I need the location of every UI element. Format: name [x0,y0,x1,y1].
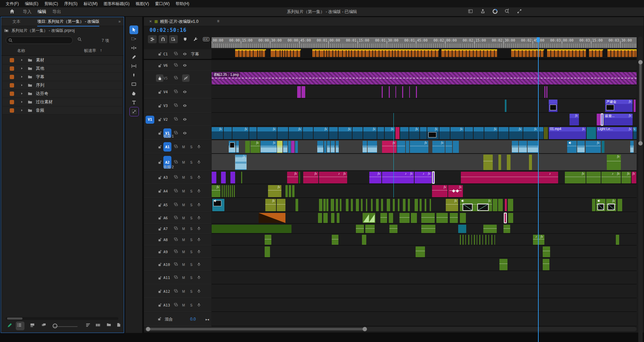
caption-clip[interactable] [294,50,297,57]
clip[interactable] [567,141,577,153]
caption-clip[interactable] [298,50,300,57]
tab-project[interactable]: 项目: 系列短片（第一集） - 改编版 [37,17,99,26]
clip[interactable]: fx [509,127,523,139]
caption-clip[interactable] [470,50,473,57]
clip[interactable] [544,86,545,98]
caption-clip[interactable] [429,50,431,57]
sync-lock-icon[interactable] [173,262,179,267]
clip[interactable] [362,235,366,245]
caption-clip[interactable] [614,50,618,57]
clip[interactable] [399,213,410,223]
caption-clip[interactable] [515,50,518,57]
clip[interactable] [222,185,223,197]
clip[interactable] [317,141,323,153]
project-hscrollbar[interactable] [6,317,118,320]
clip[interactable]: fx [622,172,631,183]
caption-clip[interactable] [398,50,401,57]
clip[interactable] [491,235,492,245]
clip[interactable]: fx [338,127,352,139]
clip[interactable] [420,199,422,211]
clip[interactable] [504,213,506,223]
clip[interactable] [277,127,288,139]
clip[interactable] [323,199,326,211]
clip-严建金[interactable]: 严建金fx [605,100,633,112]
chevron-right-icon[interactable] [20,92,23,95]
sync-lock-icon[interactable] [173,237,179,242]
track-target-A10[interactable]: A10 [163,262,170,267]
clip[interactable] [546,86,547,98]
clip[interactable] [245,141,250,153]
hand-tool[interactable] [129,89,138,98]
clip[interactable] [265,246,270,257]
clip[interactable] [329,127,338,139]
clip[interactable]: fx [314,127,328,139]
caption-clip[interactable] [558,50,561,57]
track-lock-icon[interactable] [156,236,163,243]
fullscreen-icon[interactable] [517,9,523,15]
bin-color-swatch[interactable] [10,108,14,113]
clip[interactable] [425,199,426,211]
track-lock-icon[interactable] [156,248,163,255]
track-lock-icon[interactable] [156,187,163,195]
clip[interactable] [236,141,239,153]
clip[interactable]: fx [607,155,621,170]
clip[interactable]: fx [303,172,318,183]
clip[interactable]: ♪fx [415,172,432,183]
clip[interactable] [336,141,339,153]
track-header-A5[interactable]: A5MS [144,198,211,212]
clip[interactable] [356,225,364,233]
sync-lock-icon[interactable] [173,289,179,294]
track-lane-V1[interactable]: fxfxfxfxfxfxfxfxfxfxfxfxfxfx01.mp4fxLigh… [212,126,637,140]
clip[interactable] [512,141,518,153]
solo-button[interactable]: S [190,238,193,241]
bin-row-音频[interactable]: 音频 [2,106,122,115]
track-lock-icon[interactable] [156,143,163,151]
clip[interactable] [331,141,335,153]
clip[interactable] [499,259,507,270]
solo-button[interactable]: S [190,227,193,231]
clip[interactable]: fx [432,185,447,197]
caption-clip[interactable] [537,50,540,57]
bin-name[interactable]: 序列 [36,82,44,88]
clip[interactable] [485,235,486,245]
caption-clip[interactable] [573,50,576,57]
clip[interactable] [416,86,417,98]
clip[interactable] [331,213,334,223]
clip[interactable] [232,185,233,197]
mute-button[interactable]: M [182,160,185,164]
playhead[interactable] [538,37,539,342]
zoom-slider-track[interactable] [54,326,77,327]
clip[interactable]: fx [586,141,601,153]
clip[interactable] [634,100,636,112]
sync-lock-icon[interactable] [173,89,179,95]
clip[interactable] [397,141,405,153]
icon-view-icon[interactable] [30,323,37,329]
clip[interactable] [356,199,359,211]
mute-button[interactable]: M [182,238,185,241]
bin-name[interactable]: 达芬奇 [36,91,49,97]
track-lane-V3[interactable]: 严建金fx [212,99,637,113]
caption-clip[interactable] [474,50,476,57]
record-mic-icon[interactable] [197,302,202,308]
track-header-V3[interactable]: V3 [144,99,211,113]
clip[interactable] [332,235,338,245]
caption-clip[interactable] [589,50,592,57]
clip[interactable]: fx [432,141,445,153]
caption-clip[interactable] [445,50,448,57]
track-target-A5[interactable]: A5 [163,203,168,207]
caption-clip[interactable] [477,50,480,57]
clip[interactable] [230,185,231,197]
sync-lock-icon[interactable] [173,188,179,194]
track-header-A11[interactable]: A11MS [144,271,211,284]
track-target-A11[interactable]: A11 [163,276,170,280]
clip-遮幅2.35：1.png[interactable]: 遮幅2.35：1.png [212,72,637,84]
menu-5[interactable]: 图形和标题(G) [101,1,132,7]
track-lock-icon[interactable] [156,159,163,166]
caption-clip[interactable] [386,50,389,57]
sync-lock-icon[interactable] [173,75,179,81]
track-target-V3[interactable]: V3 [163,104,168,108]
marker-icon[interactable] [181,35,190,43]
menu-8[interactable]: 帮助(H) [173,1,193,7]
type-tool[interactable] [129,98,138,107]
search-box[interactable] [6,37,73,44]
